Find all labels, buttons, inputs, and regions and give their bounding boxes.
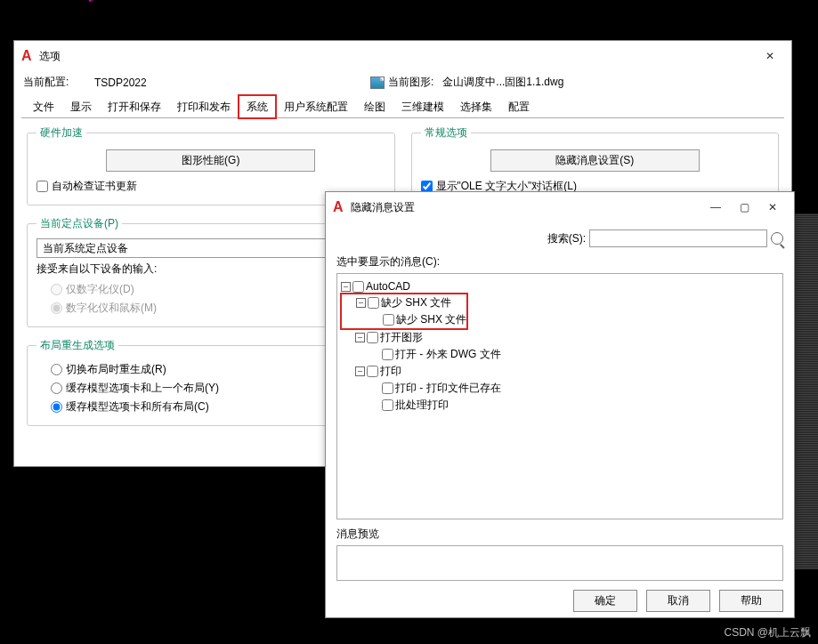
layout-regen-legend: 布局重生成选项 bbox=[36, 338, 118, 353]
tree-checkbox[interactable] bbox=[383, 314, 394, 326]
search-label: 搜索(S): bbox=[547, 231, 586, 246]
cancel-button[interactable]: 取消 bbox=[646, 590, 710, 612]
search-row: 搜索(S): bbox=[336, 229, 783, 247]
tree-open-foreign-dwg[interactable]: 打开 - 外来 DWG 文件 bbox=[341, 346, 779, 363]
tree-root-autocad[interactable]: – AutoCAD bbox=[341, 279, 779, 294]
message-preview-label: 消息预览 bbox=[336, 527, 783, 542]
dwg-icon bbox=[370, 76, 385, 89]
tab-drafting[interactable]: 绘图 bbox=[356, 95, 393, 118]
profile-row: 当前配置: TSDP2022 当前图形: 金山调度中...固图1.1.dwg bbox=[14, 71, 791, 93]
auto-check-cert-input[interactable] bbox=[36, 181, 48, 192]
tree-print-file-exists[interactable]: 打印 - 打印文件已存在 bbox=[341, 380, 779, 397]
digitizer-mouse-input bbox=[51, 302, 62, 314]
message-tree[interactable]: – AutoCAD – 缺少 SHX 文件 缺少 SHX 文件 – 打开图形 bbox=[336, 273, 783, 519]
hidden-message-dialog: A 隐藏消息设置 — ▢ ✕ 搜索(S): 选中要显示的消息(C): – Aut… bbox=[325, 191, 795, 618]
tree-checkbox[interactable] bbox=[368, 297, 379, 309]
tab-user-prefs[interactable]: 用户系统配置 bbox=[276, 95, 356, 118]
message-preview-box bbox=[336, 545, 783, 581]
hidden-message-settings-button[interactable]: 隐藏消息设置(S) bbox=[490, 149, 700, 172]
close-icon[interactable]: ✕ bbox=[756, 46, 784, 66]
collapse-icon[interactable]: – bbox=[341, 282, 351, 292]
cache-last-input[interactable] bbox=[51, 382, 62, 394]
current-profile-label: 当前配置: bbox=[23, 75, 94, 90]
tab-3d[interactable]: 三维建模 bbox=[393, 95, 452, 118]
current-drawing-value: 金山调度中...固图1.1.dwg bbox=[442, 75, 563, 90]
help-button[interactable]: 帮助 bbox=[719, 590, 783, 612]
tree-checkbox[interactable] bbox=[367, 332, 378, 343]
tab-file[interactable]: 文件 bbox=[25, 95, 62, 118]
search-icon[interactable] bbox=[771, 232, 783, 245]
tree-checkbox[interactable] bbox=[382, 382, 393, 394]
hw-accel-legend: 硬件加速 bbox=[36, 125, 86, 141]
tree-shx-parent[interactable]: – 缺少 SHX 文件 bbox=[342, 294, 466, 311]
tab-profiles[interactable]: 配置 bbox=[500, 95, 538, 118]
minimize-icon[interactable]: — bbox=[701, 197, 730, 217]
collapse-icon[interactable]: – bbox=[355, 333, 365, 342]
general-options-legend: 常规选项 bbox=[421, 125, 471, 141]
close-icon[interactable]: ✕ bbox=[758, 197, 787, 217]
autocad-logo-icon: A bbox=[21, 48, 32, 64]
tab-display[interactable]: 显示 bbox=[62, 95, 100, 118]
autocad-logo-icon: A bbox=[333, 199, 344, 215]
tree-print[interactable]: – 打印 bbox=[341, 363, 779, 380]
current-profile-value: TSDP2022 bbox=[94, 76, 370, 89]
options-tabs: 文件 显示 打开和保存 打印和发布 系统 用户系统配置 绘图 三维建模 选择集 … bbox=[21, 95, 784, 118]
tab-selection[interactable]: 选择集 bbox=[452, 95, 500, 118]
graphics-performance-button[interactable]: 图形性能(G) bbox=[106, 149, 315, 172]
collapse-icon[interactable]: – bbox=[356, 298, 366, 308]
tree-checkbox[interactable] bbox=[382, 399, 393, 411]
tab-system[interactable]: 系统 bbox=[239, 95, 276, 118]
regen-switch-input[interactable] bbox=[51, 364, 62, 375]
watermark: CSDN @机上云飘 bbox=[724, 625, 811, 640]
ok-button[interactable]: 确定 bbox=[573, 590, 637, 612]
hidden-titlebar[interactable]: A 隐藏消息设置 — ▢ ✕ bbox=[326, 192, 794, 222]
tree-shx-child[interactable]: 缺少 SHX 文件 bbox=[342, 311, 466, 328]
tree-checkbox[interactable] bbox=[382, 349, 393, 360]
options-titlebar[interactable]: A 选项 ✕ bbox=[14, 41, 791, 71]
tree-label: 选中要显示的消息(C): bbox=[336, 254, 783, 270]
hidden-title: 隐藏消息设置 bbox=[351, 200, 701, 215]
tree-checkbox[interactable] bbox=[367, 366, 378, 377]
digitizer-only-input bbox=[51, 284, 62, 295]
maximize-icon[interactable]: ▢ bbox=[730, 197, 758, 217]
tree-batch-print[interactable]: 批处理打印 bbox=[341, 397, 779, 414]
tab-open-save[interactable]: 打开和保存 bbox=[100, 95, 169, 118]
search-input[interactable] bbox=[589, 229, 767, 247]
pointing-device-legend: 当前定点设备(P) bbox=[36, 216, 122, 231]
current-drawing-label: 当前图形: bbox=[388, 75, 433, 90]
options-title: 选项 bbox=[39, 49, 756, 64]
collapse-icon[interactable]: – bbox=[355, 366, 365, 376]
tree-checkbox[interactable] bbox=[352, 281, 364, 293]
tab-plot-publish[interactable]: 打印和发布 bbox=[169, 95, 239, 118]
cache-all-input[interactable] bbox=[51, 401, 62, 413]
tree-open-drawing[interactable]: – 打开图形 bbox=[341, 329, 779, 346]
